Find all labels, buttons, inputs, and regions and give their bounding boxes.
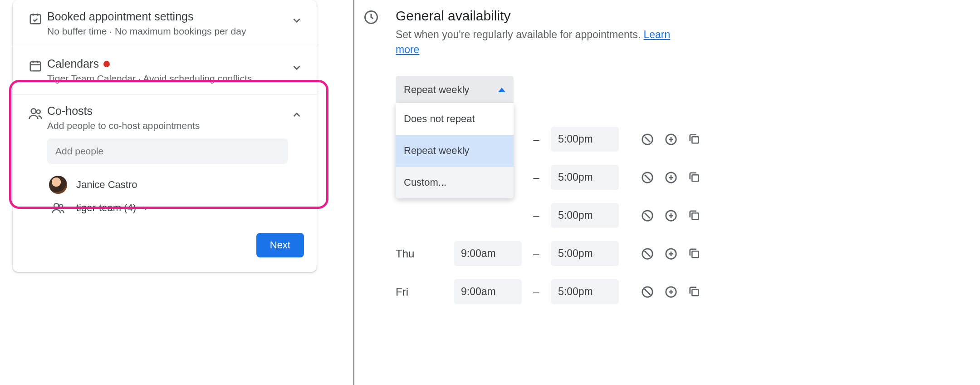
svg-rect-15 xyxy=(692,213,698,219)
time-dash: – xyxy=(530,133,543,146)
add-people-input[interactable] xyxy=(47,138,288,164)
end-time-input[interactable]: 5:00pm xyxy=(551,165,619,190)
unavailable-icon[interactable] xyxy=(641,285,654,299)
event-confirm-icon xyxy=(24,10,47,25)
people-icon xyxy=(24,104,47,121)
svg-rect-0 xyxy=(30,15,41,24)
copy-icon[interactable] xyxy=(688,209,701,222)
schedule-row: Fri9:00am–5:00pm xyxy=(396,273,708,311)
next-button[interactable]: Next xyxy=(256,233,304,257)
clock-icon xyxy=(363,8,383,58)
repeat-option-custom[interactable]: Custom... xyxy=(396,167,514,198)
end-time-input[interactable]: 5:00pm xyxy=(551,127,619,152)
cohost-group-name: tiger-team (4) xyxy=(76,202,136,214)
repeat-option-weekly[interactable]: Repeat weekly xyxy=(396,135,514,167)
repeat-option-no-repeat[interactable]: Does not repeat xyxy=(396,103,514,135)
svg-rect-12 xyxy=(692,175,698,181)
cohost-person[interactable]: Janice Castro xyxy=(47,172,288,197)
time-dash: – xyxy=(530,171,543,184)
end-time-input[interactable]: 5:00pm xyxy=(551,279,619,304)
copy-icon[interactable] xyxy=(688,285,701,299)
time-dash: – xyxy=(530,286,543,298)
cohosts-title: Co-hosts xyxy=(47,104,288,118)
schedule-row: Thu9:00am–5:00pm xyxy=(396,235,708,273)
time-dash: – xyxy=(530,247,543,260)
add-slot-icon[interactable] xyxy=(664,247,678,261)
repeat-selected-label: Repeat weekly xyxy=(404,84,469,96)
add-slot-icon[interactable] xyxy=(664,171,678,184)
cohost-group[interactable]: tiger-team (4) xyxy=(47,197,288,218)
row-booked-settings[interactable]: Booked appointment settings No buffer ti… xyxy=(13,0,317,47)
svg-point-5 xyxy=(59,205,63,208)
unavailable-icon[interactable] xyxy=(641,247,654,261)
alert-dot-icon xyxy=(103,61,110,67)
copy-icon[interactable] xyxy=(688,133,701,146)
add-slot-icon[interactable] xyxy=(664,285,678,299)
chevron-up-icon[interactable] xyxy=(288,104,306,121)
settings-card: Booked appointment settings No buffer ti… xyxy=(13,0,317,272)
row-calendars[interactable]: Calendars Tiger Team Calendar · Avoid sc… xyxy=(13,47,317,94)
start-time-input[interactable]: 9:00am xyxy=(454,279,522,304)
booked-sub: No buffer time · No maximum bookings per… xyxy=(47,26,288,37)
repeat-dropdown-menu: Does not repeat Repeat weekly Custom... xyxy=(396,103,514,198)
chevron-down-icon[interactable] xyxy=(288,57,306,74)
availability-panel: General availability Set when you're reg… xyxy=(363,8,708,311)
svg-point-4 xyxy=(54,203,59,208)
end-time-input[interactable]: 5:00pm xyxy=(551,241,619,266)
time-dash: – xyxy=(530,209,543,222)
chevron-down-icon[interactable] xyxy=(141,203,151,213)
start-time-input[interactable]: 9:00am xyxy=(454,241,522,266)
day-label: Thu xyxy=(396,247,446,260)
svg-rect-21 xyxy=(692,289,698,296)
triangle-up-icon xyxy=(498,88,505,92)
repeat-dropdown[interactable]: Repeat weekly xyxy=(396,76,514,104)
unavailable-icon[interactable] xyxy=(641,133,654,146)
row-cohosts[interactable]: Co-hosts Add people to co-host appointme… xyxy=(13,94,317,220)
chevron-down-icon[interactable] xyxy=(288,10,306,26)
svg-rect-1 xyxy=(30,62,41,71)
add-slot-icon[interactable] xyxy=(664,209,678,222)
calendars-title: Calendars xyxy=(47,57,99,70)
svg-rect-18 xyxy=(692,251,698,257)
end-time-input[interactable]: 5:00pm xyxy=(551,203,619,228)
copy-icon[interactable] xyxy=(688,247,701,261)
svg-point-3 xyxy=(37,110,40,114)
svg-point-2 xyxy=(31,109,36,114)
day-label: Fri xyxy=(396,286,446,298)
unavailable-icon[interactable] xyxy=(641,171,654,184)
svg-rect-9 xyxy=(692,137,698,143)
booked-title: Booked appointment settings xyxy=(47,10,288,23)
cohost-name: Janice Castro xyxy=(76,179,137,191)
copy-icon[interactable] xyxy=(688,171,701,184)
add-slot-icon[interactable] xyxy=(664,133,678,146)
unavailable-icon[interactable] xyxy=(641,209,654,222)
schedule-row: –5:00pm xyxy=(396,197,708,235)
cohosts-sub: Add people to co-host appointments xyxy=(47,120,288,131)
calendars-sub: Tiger Team Calendar · Avoid scheduling c… xyxy=(47,73,288,84)
avatar xyxy=(49,176,67,194)
group-icon xyxy=(49,201,67,215)
availability-sub-text: Set when you're regularly available for … xyxy=(396,29,643,40)
calendar-icon xyxy=(24,57,47,73)
divider xyxy=(353,0,354,385)
availability-sub: Set when you're regularly available for … xyxy=(396,27,686,58)
availability-title: General availability xyxy=(396,8,686,24)
